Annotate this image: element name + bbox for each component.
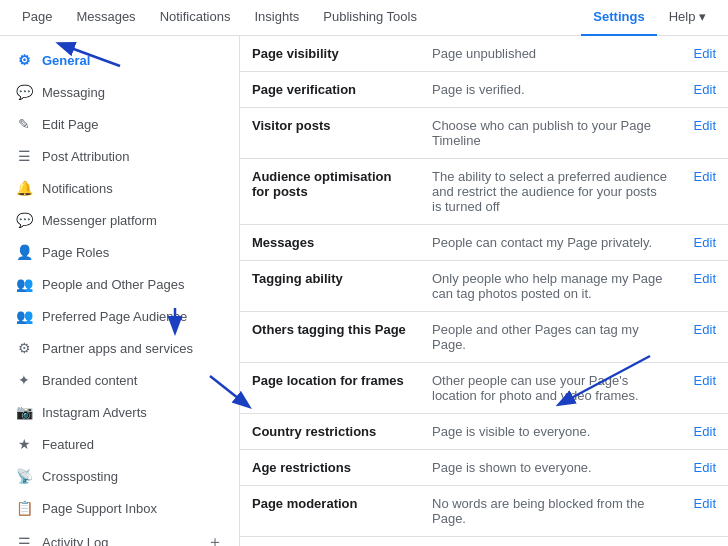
- edit-link[interactable]: Edit: [694, 496, 716, 511]
- sidebar-item-label: People and Other Pages: [42, 277, 223, 292]
- sidebar-item-support[interactable]: 📋 Page Support Inbox: [0, 492, 239, 524]
- edit-link[interactable]: Edit: [694, 322, 716, 337]
- setting-name: Page verification: [240, 72, 420, 108]
- setting-value: Turned off: [420, 537, 682, 547]
- sidebar-item-label: Instagram Adverts: [42, 405, 223, 420]
- sidebar-item-label: Messaging: [42, 85, 223, 100]
- setting-value: Page unpublished: [420, 36, 682, 72]
- sidebar-item-label: Featured: [42, 437, 223, 452]
- setting-name: Page moderation: [240, 486, 420, 537]
- sidebar-item-label: Page Support Inbox: [42, 501, 223, 516]
- edit-link[interactable]: Edit: [694, 169, 716, 184]
- list-icon: ☰: [16, 148, 32, 164]
- table-row: Tagging ability Only people who help man…: [240, 261, 728, 312]
- setting-value: The ability to select a preferred audien…: [420, 159, 682, 225]
- setting-name: Age restrictions: [240, 450, 420, 486]
- setting-name: Page location for frames: [240, 363, 420, 414]
- crosspost-icon: 📡: [16, 468, 32, 484]
- sidebar-item-featured[interactable]: ★ Featured: [0, 428, 239, 460]
- setting-value: Page is shown to everyone.: [420, 450, 682, 486]
- table-row: Page moderation No words are being block…: [240, 486, 728, 537]
- table-row: Visitor posts Choose who can publish to …: [240, 108, 728, 159]
- table-row: Profanity filter Turned off Edit: [240, 537, 728, 547]
- gear-icon: ⚙: [16, 52, 32, 68]
- sidebar-item-label: Activity Log: [42, 535, 197, 546]
- setting-name: Tagging ability: [240, 261, 420, 312]
- top-nav: Page Messages Notifications Insights Pub…: [0, 0, 728, 36]
- setting-name: Page visibility: [240, 36, 420, 72]
- sidebar-item-label: Post Attribution: [42, 149, 223, 164]
- sidebar-item-preferred-audience[interactable]: 👥 Preferred Page Audience: [0, 300, 239, 332]
- people-icon: 👥: [16, 276, 32, 292]
- edit-link[interactable]: Edit: [694, 271, 716, 286]
- sidebar-item-label: Page Roles: [42, 245, 223, 260]
- sidebar-item-label: General: [42, 53, 223, 68]
- edit-link[interactable]: Edit: [694, 235, 716, 250]
- setting-value: Page is verified.: [420, 72, 682, 108]
- table-row: Others tagging this Page People and othe…: [240, 312, 728, 363]
- sidebar-item-partner-apps[interactable]: ⚙ Partner apps and services: [0, 332, 239, 364]
- nav-item-publishing[interactable]: Publishing Tools: [311, 0, 429, 36]
- messenger-icon: 💬: [16, 212, 32, 228]
- sidebar-item-general[interactable]: ⚙ General: [0, 44, 239, 76]
- setting-name: Profanity filter: [240, 537, 420, 547]
- sidebar: ⚙ General 💬 Messaging ✎ Edit Page ☰ Post…: [0, 36, 240, 546]
- table-row: Age restrictions Page is shown to everyo…: [240, 450, 728, 486]
- sidebar-item-label: Crossposting: [42, 469, 223, 484]
- star-icon: ★: [16, 436, 32, 452]
- setting-value: People can contact my Page privately.: [420, 225, 682, 261]
- inbox-icon: 📋: [16, 500, 32, 516]
- edit-link[interactable]: Edit: [694, 460, 716, 475]
- edit-link[interactable]: Edit: [694, 46, 716, 61]
- table-row: Page visibility Page unpublished Edit: [240, 36, 728, 72]
- sidebar-item-people-pages[interactable]: 👥 People and Other Pages: [0, 268, 239, 300]
- table-row: Audience optimisation for posts The abil…: [240, 159, 728, 225]
- setting-name: Audience optimisation for posts: [240, 159, 420, 225]
- setting-name: Others tagging this Page: [240, 312, 420, 363]
- sidebar-item-label: Branded content: [42, 373, 223, 388]
- sidebar-item-label: Notifications: [42, 181, 223, 196]
- nav-item-page[interactable]: Page: [10, 0, 64, 36]
- setting-value: Page is visible to everyone.: [420, 414, 682, 450]
- settings-table: Page visibility Page unpublished Edit Pa…: [240, 36, 728, 546]
- edit-link[interactable]: Edit: [694, 373, 716, 388]
- setting-value: No words are being blocked from the Page…: [420, 486, 682, 537]
- table-row: Page location for frames Other people ca…: [240, 363, 728, 414]
- chat-icon: 💬: [16, 84, 32, 100]
- edit-link[interactable]: Edit: [694, 424, 716, 439]
- nav-item-notifications[interactable]: Notifications: [148, 0, 243, 36]
- sidebar-item-edit-page[interactable]: ✎ Edit Page: [0, 108, 239, 140]
- audience-icon: 👥: [16, 308, 32, 324]
- sidebar-item-messaging[interactable]: 💬 Messaging: [0, 76, 239, 108]
- table-row: Messages People can contact my Page priv…: [240, 225, 728, 261]
- sidebar-item-notifications[interactable]: 🔔 Notifications: [0, 172, 239, 204]
- setting-name: Visitor posts: [240, 108, 420, 159]
- sidebar-item-branded[interactable]: ✦ Branded content: [0, 364, 239, 396]
- sidebar-item-label: Messenger platform: [42, 213, 223, 228]
- nav-item-help[interactable]: Help ▾: [657, 0, 718, 36]
- nav-item-insights[interactable]: Insights: [242, 0, 311, 36]
- sidebar-item-post-attribution[interactable]: ☰ Post Attribution: [0, 140, 239, 172]
- content-area: Page visibility Page unpublished Edit Pa…: [240, 36, 728, 546]
- sidebar-item-messenger[interactable]: 💬 Messenger platform: [0, 204, 239, 236]
- plus-button[interactable]: ＋: [207, 532, 223, 546]
- setting-value: Other people can use your Page's locatio…: [420, 363, 682, 414]
- sidebar-item-label: Preferred Page Audience: [42, 309, 223, 324]
- settings-icon: ⚙: [16, 340, 32, 356]
- table-row: Country restrictions Page is visible to …: [240, 414, 728, 450]
- sidebar-item-activity[interactable]: ☰ Activity Log ＋: [0, 524, 239, 546]
- setting-name: Messages: [240, 225, 420, 261]
- nav-item-settings[interactable]: Settings: [581, 0, 656, 36]
- table-row: Page verification Page is verified. Edit: [240, 72, 728, 108]
- sidebar-item-instagram[interactable]: 📷 Instagram Adverts: [0, 396, 239, 428]
- edit-link[interactable]: Edit: [694, 82, 716, 97]
- sidebar-item-page-roles[interactable]: 👤 Page Roles: [0, 236, 239, 268]
- nav-item-messages[interactable]: Messages: [64, 0, 147, 36]
- instagram-icon: 📷: [16, 404, 32, 420]
- setting-name: Country restrictions: [240, 414, 420, 450]
- sidebar-item-crossposting[interactable]: 📡 Crossposting: [0, 460, 239, 492]
- setting-value: Only people who help manage my Page can …: [420, 261, 682, 312]
- edit-link[interactable]: Edit: [694, 118, 716, 133]
- sidebar-item-label: Partner apps and services: [42, 341, 223, 356]
- setting-value: Choose who can publish to your Page Time…: [420, 108, 682, 159]
